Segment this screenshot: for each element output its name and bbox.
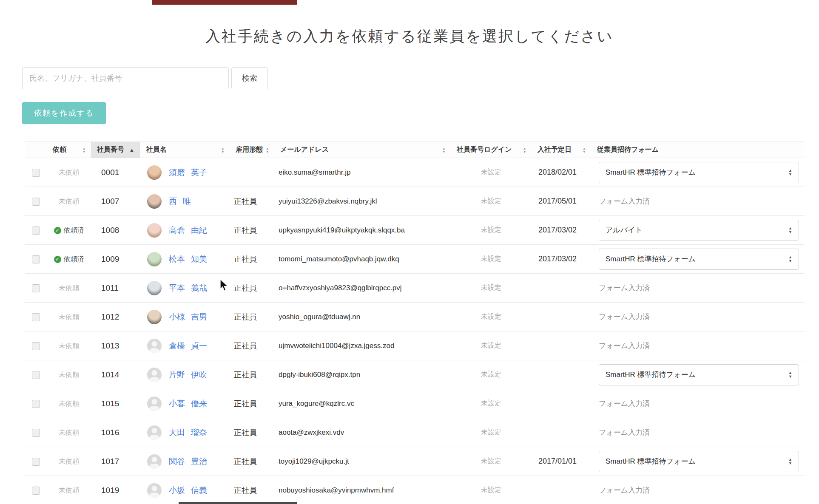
invitation-form-select[interactable]: SmartHR 標準招待フォーム ▲ ▼ [599,162,799,183]
row-checkbox[interactable] [32,284,40,292]
row-checkbox[interactable] [32,429,40,437]
employee-name-link[interactable]: 大田瑠奈 [169,427,207,438]
request-status-badge: ✓ 未依頼 [59,342,79,351]
column-header-login[interactable]: 社員番号ログイン ▴▾ [451,142,532,158]
join-date: 2017/05/01 [532,187,591,216]
employment-type: 正社員 [230,389,274,418]
row-checkbox[interactable] [32,313,40,321]
row-checkbox[interactable] [32,255,40,263]
row-checkbox[interactable] [32,487,40,495]
request-status-label: 未依頼 [59,168,79,177]
request-status-badge: ✓ 依頼済 [54,226,84,235]
invitation-form-selected-value: SmartHR 標準招待フォーム [606,254,696,264]
column-header-request[interactable]: 依頼 ▴▾ [47,142,91,158]
employee-name-link[interactable]: 松本知美 [169,254,207,265]
join-date [532,389,591,418]
table-row: ✓ 未依頼 1015 小暮優来 正社員 yura_kogure@kqzlrc.v… [25,389,805,418]
employee-email: tomomi_matsumoto@pvhaqb.jqw.dkq [274,245,451,274]
request-status-label: 未依頼 [59,399,79,408]
request-status-badge: ✓ 未依頼 [59,428,79,437]
row-checkbox[interactable] [32,227,40,235]
employee-avatar [147,165,162,180]
employee-name-link[interactable]: 平本義哉 [169,283,207,294]
search-button[interactable]: 検索 [231,67,268,89]
sort-both-icon: ▴▾ [83,147,85,153]
row-checkbox[interactable] [32,371,40,379]
column-header-invitation-form: 従業員招待フォーム [591,142,805,158]
sort-both-icon: ▴▾ [583,147,585,153]
employment-type: 正社員 [230,187,274,216]
sort-both-icon: ▴▾ [266,147,268,153]
request-status-label: 未依頼 [59,371,79,379]
table-row: ✓ 依頼済 1009 松本知美 正社員 tomomi_matsumoto@pvh… [25,245,805,274]
invitation-form-select[interactable]: SmartHR 標準招待フォーム ▲ ▼ [599,249,799,270]
employee-table-body: ✓ 未依頼 0001 須磨英子 eiko.suma@smarthr.jp 未設定… [25,158,805,504]
request-status-label: 未依頼 [59,342,79,351]
row-checkbox[interactable] [32,342,40,350]
employee-number: 1008 [91,216,140,245]
employee-login-status: 未設定 [451,303,532,331]
employee-name-link[interactable]: 須磨英子 [169,167,207,178]
employee-avatar [147,425,162,440]
invitation-form-status: フォーム入力済 [599,284,650,292]
join-date: 2017/01/01 [532,447,591,476]
column-header-label: 従業員招待フォーム [597,145,659,154]
column-header-employment-type[interactable]: 雇用形態 ▴▾ [230,142,274,158]
table-row: ✓ 未依頼 0001 須磨英子 eiko.suma@smarthr.jp 未設定… [25,158,805,187]
onboarding-employee-selection-page: 入社手続きの入力を依頼する従業員を選択してください 検索 依頼を作成する 依頼 … [0,0,819,504]
employee-email: o=haffvzxyoshiya9823@qglblrqpcc.pvj [274,274,451,303]
request-status-label: 未依頼 [59,284,79,293]
join-date [532,418,591,447]
request-status-label: 依頼済 [64,255,84,264]
invitation-form-select[interactable]: アルバイト ▲ ▼ [599,220,799,241]
employee-name-link[interactable]: 小椋吉男 [169,311,207,323]
employee-login-status: 未設定 [451,418,532,447]
invitation-form-select[interactable]: SmartHR 標準招待フォーム ▲ ▼ [599,451,799,472]
employee-login-status: 未設定 [451,389,532,418]
table-header: 依頼 ▴▾ 社員番号 ▲ 社員名 ▴▾ 雇用形態 ▴▾ メールアドレス ▴▾ 社… [25,142,805,158]
employee-name-link[interactable]: 小暮優来 [169,398,207,409]
select-up-down-icon: ▲ ▼ [788,227,792,234]
employee-table-container: 依頼 ▴▾ 社員番号 ▲ 社員名 ▴▾ 雇用形態 ▴▾ メールアドレス ▴▾ 社… [25,142,805,504]
request-status-badge: ✓ 未依頼 [59,486,79,495]
top-red-bar-artifact [152,0,297,5]
employee-name-link[interactable]: 高倉由紀 [169,225,207,236]
invitation-form-selected-value: アルバイト [606,225,643,235]
table-row: ✓ 未依頼 1019 小坂信義 正社員 nobuyoshiosaka@yvinp… [25,476,805,504]
employee-email: nobuyoshiosaka@yvinpmwhvm.hmf [274,476,451,504]
employee-number: 1014 [91,360,140,389]
request-status-badge: ✓ 未依頼 [59,197,79,206]
request-status-label: 未依頼 [59,428,79,437]
employment-type [230,158,274,187]
employment-type: 正社員 [230,245,274,274]
row-checkbox[interactable] [32,400,40,408]
invitation-form-selected-value: SmartHR 標準招待フォーム [606,456,696,466]
column-header-email[interactable]: メールアドレス ▴▾ [274,142,451,158]
employment-type: 正社員 [230,331,274,360]
row-checkbox[interactable] [32,198,40,206]
employee-name-link[interactable]: 西唯 [169,196,191,207]
employee-email: aoota@zwxjkexi.vdv [274,418,451,447]
employee-email: toyoji1029@ujkpcku.jt [274,447,451,476]
search-input[interactable] [22,67,229,89]
select-up-down-icon: ▲ ▼ [788,458,792,465]
employee-email: ujmvwoteiichi10004@jzxa.jgess.zod [274,331,451,360]
employee-email: dpgly-ibuki608@rqipx.tpn [274,360,451,389]
employee-name-link[interactable]: 片野伊吹 [169,369,207,380]
employee-avatar [147,310,162,324]
employee-email: eiko.suma@smarthr.jp [274,158,451,187]
employee-login-status: 未設定 [451,274,532,303]
column-header-checkbox [25,142,47,158]
invitation-form-select[interactable]: SmartHR 標準招待フォーム ▲ ▼ [599,364,799,385]
employee-name-link[interactable]: 倉橋貞一 [169,340,207,351]
create-request-button[interactable]: 依頼を作成する [22,102,106,124]
row-checkbox[interactable] [32,458,40,466]
join-date [532,360,591,389]
employee-name-link[interactable]: 関谷豊治 [169,456,207,467]
column-header-join-date[interactable]: 入社予定日 ▴▾ [532,142,591,158]
column-header-employee-name[interactable]: 社員名 ▴▾ [140,142,230,158]
column-header-employee-number[interactable]: 社員番号 ▲ [91,142,140,158]
row-checkbox[interactable] [32,169,40,177]
employee-name-link[interactable]: 小坂信義 [169,485,207,496]
employee-login-status: 未設定 [451,331,532,360]
